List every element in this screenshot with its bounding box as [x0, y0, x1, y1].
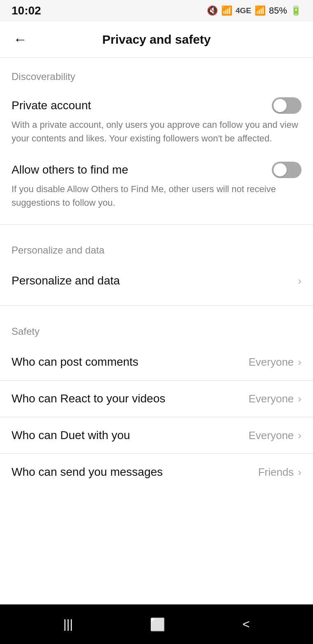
divider-1 — [0, 224, 313, 225]
who-can-comment-label: Who can post comments — [12, 355, 138, 369]
chevron-icon-message: › — [298, 466, 301, 479]
who-can-comment-right: Everyone › — [248, 356, 301, 369]
section-personalize: Personalize and data Personalize and dat… — [0, 231, 313, 299]
private-account-toggle[interactable] — [272, 97, 301, 114]
bottom-nav: ||| ⬜ < — [0, 604, 313, 644]
who-can-duet-label: Who can Duet with you — [12, 429, 130, 442]
who-can-react-value: Everyone — [248, 393, 294, 405]
header: ← Privacy and safety — [0, 21, 313, 58]
status-time: 10:02 — [12, 4, 41, 17]
section-label-discoverability: Discoverability — [0, 58, 313, 89]
who-can-message-label: Who can send you messages — [12, 465, 163, 479]
chevron-icon-react: › — [298, 393, 301, 405]
wifi-icon: 📶 — [221, 5, 232, 16]
section-label-safety: Safety — [0, 313, 313, 344]
battery-text: 85% — [269, 5, 287, 16]
chevron-icon: › — [298, 275, 301, 287]
back-button[interactable]: ← — [10, 28, 30, 51]
private-account-label: Private account — [12, 99, 91, 112]
divider-2 — [0, 306, 313, 306]
page-title: Privacy and safety — [102, 33, 210, 47]
status-icons: 🔇 📶 4GE 📶 85% 🔋 — [207, 5, 301, 16]
allow-others-toggle[interactable] — [272, 162, 301, 178]
allow-others-description: If you disable Allow Others to Find Me, … — [12, 182, 301, 209]
private-account-description: With a private account, only users you a… — [12, 118, 301, 145]
private-account-row: Private account With a private account, … — [0, 89, 313, 153]
who-can-duet-row[interactable]: Who can Duet with you Everyone › — [0, 417, 313, 454]
mute-icon: 🔇 — [207, 5, 218, 16]
who-can-comment-value: Everyone — [248, 356, 294, 369]
who-can-duet-value: Everyone — [248, 429, 294, 442]
who-can-duet-right: Everyone › — [248, 429, 301, 442]
who-can-message-row[interactable]: Who can send you messages Friends › — [0, 454, 313, 490]
who-can-message-value: Friends — [258, 466, 294, 479]
battery-icon: 🔋 — [290, 5, 301, 16]
who-can-message-right: Friends › — [258, 466, 301, 479]
personalize-data-label: Personalize and data — [12, 274, 120, 287]
back-nav-button[interactable]: < — [243, 617, 250, 631]
allow-others-row: Allow others to find me If you disable A… — [0, 153, 313, 218]
toggle-knob — [273, 99, 287, 112]
who-can-react-row[interactable]: Who can React to your videos Everyone › — [0, 381, 313, 417]
data-icon: 4GE — [236, 6, 251, 15]
section-safety: Safety Who can post comments Everyone › … — [0, 313, 313, 490]
who-can-react-right: Everyone › — [248, 393, 301, 405]
who-can-react-label: Who can React to your videos — [12, 392, 166, 405]
content: Discoverability Private account With a p… — [0, 58, 313, 604]
personalize-data-row[interactable]: Personalize and data › — [0, 263, 313, 299]
allow-others-label: Allow others to find me — [12, 163, 128, 176]
chevron-icon-comment: › — [298, 356, 301, 369]
chevron-icon-duet: › — [298, 429, 301, 442]
personalize-data-right: › — [298, 275, 301, 287]
signal-icon: 📶 — [255, 5, 266, 16]
toggle-knob-2 — [273, 163, 287, 176]
section-discoverability: Discoverability Private account With a p… — [0, 58, 313, 218]
recent-apps-button[interactable]: ||| — [63, 617, 73, 631]
status-bar: 10:02 🔇 📶 4GE 📶 85% 🔋 — [0, 0, 313, 21]
home-button[interactable]: ⬜ — [150, 617, 165, 632]
section-label-personalize: Personalize and data — [0, 231, 313, 263]
who-can-comment-row[interactable]: Who can post comments Everyone › — [0, 344, 313, 381]
